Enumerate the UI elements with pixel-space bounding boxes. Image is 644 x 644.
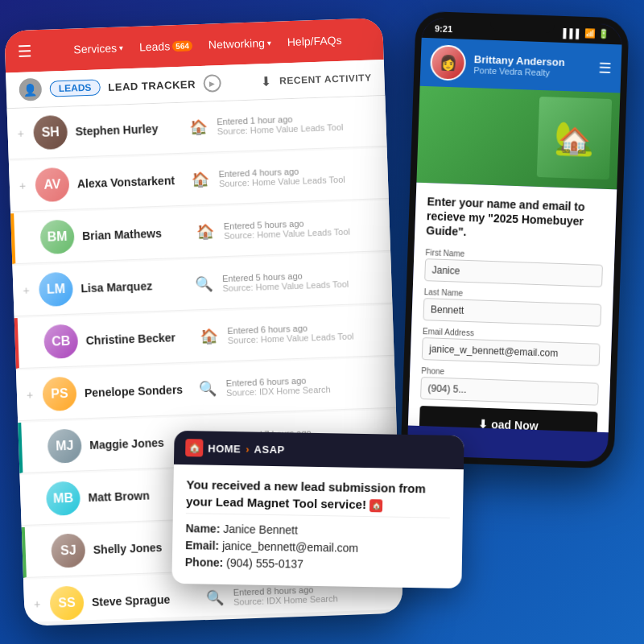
source-icon: 🔍	[199, 380, 217, 398]
nav-items: Services ▾ Leads 564 Networking ▾ Help/F…	[45, 30, 371, 60]
source-icon: 🏠	[200, 327, 218, 345]
lead-name: Steve Sprague	[92, 592, 196, 609]
source-icon: 🏠	[189, 118, 208, 137]
lead-plus-icon: +	[27, 388, 37, 401]
nav-networking[interactable]: Networking ▾	[201, 33, 278, 55]
lead-name: Alexa Vonstarkent	[77, 174, 182, 191]
phone-menu-icon[interactable]: ☰	[598, 60, 612, 78]
avatar: MB	[46, 481, 80, 516]
leads-pill[interactable]: LEADS	[49, 79, 100, 97]
source-icon: 🔍	[206, 588, 225, 607]
phone-time: 9:21	[435, 23, 452, 34]
home-asap-logo: 🏠 HOME › ASAP	[185, 439, 285, 458]
play-button[interactable]: ▶	[204, 74, 222, 93]
notification-email-row: Email: janice_bennett@email.com	[185, 539, 449, 556]
house-image: 🏡	[537, 97, 612, 180]
lead-info: Entered 4 hours ago Source: Home Value L…	[218, 163, 378, 188]
download-button[interactable]: ⬇ oad Now	[419, 406, 597, 433]
lead-plus-icon: +	[23, 283, 33, 296]
logo-icon: 🏠	[185, 439, 203, 456]
networking-arrow-icon: ▾	[267, 38, 271, 47]
brand-name: HOME	[208, 442, 241, 455]
phone-notch	[490, 20, 555, 34]
download-icon[interactable]: ⬇	[261, 73, 272, 89]
form-headline: Enter your name and email to recieve my …	[426, 194, 605, 244]
nav-leads[interactable]: Leads 564	[133, 35, 200, 57]
avatar: SS	[49, 585, 84, 620]
lead-name: Stephen Hurley	[75, 122, 180, 138]
phone-signals: ▌▌▌ 📶 🔋	[563, 27, 609, 39]
avatar: MJ	[47, 428, 82, 463]
lead-plus-icon: +	[17, 127, 27, 140]
hamburger-icon[interactable]: ☰	[18, 41, 33, 61]
source-icon: 🏠	[196, 222, 215, 241]
first-name-input[interactable]: Janice	[424, 258, 603, 287]
phone-hero-image: 🏡	[416, 86, 620, 190]
phone-input[interactable]: (904) 5...	[420, 377, 599, 406]
battery-icon: 🔋	[598, 28, 609, 39]
lead-name: Penelope Sonders	[85, 383, 189, 400]
lead-info: Entered 6 hours ago Source: IDX Home Sea…	[225, 373, 386, 398]
lead-info: Entered 5 hours ago Source: Home Value L…	[224, 216, 381, 241]
notification-card: 🏠 HOME › ASAP You received a new lead su…	[171, 431, 464, 588]
source-icon: 🔍	[195, 275, 213, 294]
avatar: AV	[35, 167, 69, 202]
lead-name: Lisa Marquez	[80, 279, 185, 295]
recent-activity-label: RECENT ACTIVITY	[279, 72, 372, 87]
signal-icon: ▌▌▌	[563, 27, 582, 38]
nav-help[interactable]: Help/FAQs	[280, 31, 348, 52]
lead-name: Brian Mathews	[82, 226, 187, 243]
user-icon: 👤	[19, 78, 42, 101]
lead-info: Entered 5 hours ago Source: Home Value L…	[222, 268, 382, 293]
agent-avatar: 👩	[430, 44, 467, 81]
lead-plus-icon: +	[19, 179, 30, 192]
phone-form: Enter your name and email to recieve my …	[408, 183, 617, 433]
phone-device: 9:21 ▌▌▌ 📶 🔋 👩 Brittany Anderson Ponte V…	[400, 11, 629, 469]
notification-details: Name: Janice Bennett Email: janice_benne…	[185, 522, 450, 573]
avatar: PS	[42, 377, 76, 411]
divider	[186, 513, 450, 518]
avatar: SJ	[51, 533, 85, 568]
avatar: SH	[33, 115, 68, 150]
lead-name: Christine Becker	[85, 331, 190, 348]
lead-info: Entered 6 hours ago Source: Home Value L…	[227, 320, 384, 345]
avatar: CB	[43, 324, 78, 358]
brand-suffix: ASAP	[254, 443, 285, 456]
nav-services[interactable]: Services ▾	[67, 38, 130, 60]
lead-tracker-label: LEAD TRACKER	[108, 78, 196, 93]
notification-body: You received a new lead submission from …	[171, 464, 464, 588]
last-name-input[interactable]: Bennett	[423, 298, 601, 327]
notification-name-row: Name: Janice Bennett	[185, 522, 449, 539]
brand-arrow: ›	[246, 443, 250, 455]
source-icon: 🏠	[191, 171, 209, 189]
notification-headline: You received a new lead submission from …	[186, 476, 451, 514]
lead-plus-icon: +	[34, 597, 44, 610]
services-arrow-icon: ▾	[119, 43, 123, 52]
wifi-icon: 📶	[584, 28, 596, 39]
notification-phone-row: Phone: (904) 555-0137	[185, 555, 449, 573]
email-input[interactable]: janice_w_bennett@email.com	[422, 337, 601, 366]
leads-badge: 564	[172, 40, 192, 52]
notification-header: 🏠 HOME › ASAP	[174, 431, 464, 469]
phone-header: 👩 Brittany Anderson Ponte Vedra Realty ☰	[420, 38, 622, 93]
avatar: BM	[39, 220, 74, 254]
avatar: LM	[39, 272, 73, 307]
agent-info: Brittany Anderson Ponte Vedra Realty	[473, 53, 591, 79]
notification-brand-icon: 🏠	[369, 499, 382, 512]
lead-info: Entered 1 hour ago Source: Home Value Le…	[217, 111, 377, 136]
